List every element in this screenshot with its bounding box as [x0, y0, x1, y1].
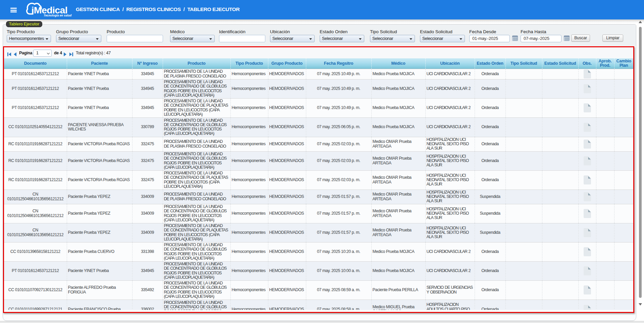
svg-text:Tecnología en salud: Tecnología en salud	[44, 14, 72, 17]
